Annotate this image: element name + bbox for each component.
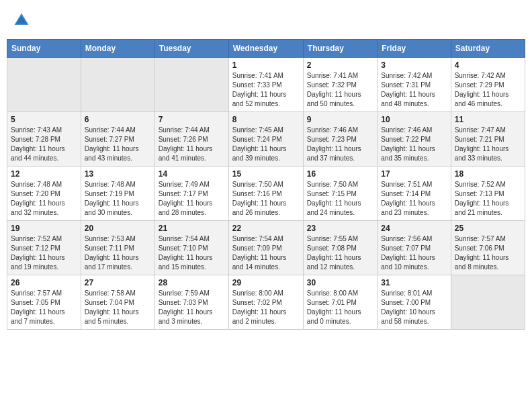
- day-info: Sunrise: 7:57 AM Sunset: 7:06 PM Dayligh…: [455, 234, 521, 272]
- day-info: Sunrise: 7:53 AM Sunset: 7:11 PM Dayligh…: [85, 234, 151, 272]
- calendar-cell: 19Sunrise: 7:52 AM Sunset: 7:12 PM Dayli…: [7, 221, 81, 275]
- day-number: 1: [232, 60, 300, 70]
- weekday-header-row: SundayMondayTuesdayWednesdayThursdayFrid…: [7, 40, 525, 58]
- weekday-header-monday: Monday: [81, 40, 154, 58]
- day-info: Sunrise: 7:50 AM Sunset: 7:15 PM Dayligh…: [307, 180, 373, 218]
- calendar-cell: 17Sunrise: 7:51 AM Sunset: 7:14 PM Dayli…: [378, 167, 451, 221]
- logo: [12, 11, 34, 30]
- calendar-week-row: 1Sunrise: 7:41 AM Sunset: 7:33 PM Daylig…: [7, 58, 525, 112]
- day-number: 3: [381, 60, 447, 70]
- calendar-cell: [81, 58, 154, 112]
- day-number: 25: [455, 224, 521, 233]
- day-number: 28: [159, 278, 225, 287]
- day-info: Sunrise: 7:56 AM Sunset: 7:07 PM Dayligh…: [381, 234, 447, 272]
- weekday-header-wednesday: Wednesday: [228, 40, 303, 58]
- calendar-cell: 25Sunrise: 7:57 AM Sunset: 7:06 PM Dayli…: [451, 221, 525, 275]
- day-number: 23: [307, 224, 373, 233]
- calendar-cell: 2Sunrise: 7:41 AM Sunset: 7:32 PM Daylig…: [303, 58, 377, 112]
- calendar-cell: 30Sunrise: 8:00 AM Sunset: 7:01 PM Dayli…: [303, 275, 377, 330]
- calendar-cell: 26Sunrise: 7:57 AM Sunset: 7:05 PM Dayli…: [7, 275, 81, 330]
- calendar-cell: 16Sunrise: 7:50 AM Sunset: 7:15 PM Dayli…: [303, 167, 377, 221]
- day-info: Sunrise: 8:00 AM Sunset: 7:02 PM Dayligh…: [232, 289, 300, 326]
- day-info: Sunrise: 7:59 AM Sunset: 7:03 PM Dayligh…: [159, 289, 225, 326]
- weekday-header-friday: Friday: [378, 40, 451, 58]
- day-number: 12: [11, 169, 77, 179]
- day-info: Sunrise: 7:52 AM Sunset: 7:13 PM Dayligh…: [455, 180, 521, 218]
- day-number: 8: [232, 115, 300, 124]
- day-info: Sunrise: 7:54 AM Sunset: 7:10 PM Dayligh…: [159, 234, 225, 272]
- day-info: Sunrise: 7:45 AM Sunset: 7:24 PM Dayligh…: [232, 126, 300, 163]
- calendar-cell: 9Sunrise: 7:46 AM Sunset: 7:23 PM Daylig…: [303, 112, 377, 167]
- day-number: 6: [85, 115, 151, 124]
- calendar-cell: 4Sunrise: 7:42 AM Sunset: 7:29 PM Daylig…: [451, 58, 525, 112]
- calendar-cell: 27Sunrise: 7:58 AM Sunset: 7:04 PM Dayli…: [81, 275, 154, 330]
- day-info: Sunrise: 7:58 AM Sunset: 7:04 PM Dayligh…: [85, 289, 151, 326]
- calendar-cell: 1Sunrise: 7:41 AM Sunset: 7:33 PM Daylig…: [228, 58, 303, 112]
- calendar-cell: 28Sunrise: 7:59 AM Sunset: 7:03 PM Dayli…: [154, 275, 228, 330]
- calendar-week-row: 12Sunrise: 7:48 AM Sunset: 7:20 PM Dayli…: [7, 167, 525, 221]
- day-number: 4: [455, 60, 521, 70]
- logo-icon: [12, 11, 31, 30]
- day-number: 27: [85, 278, 151, 287]
- day-number: 26: [11, 278, 77, 287]
- day-info: Sunrise: 7:46 AM Sunset: 7:23 PM Dayligh…: [307, 126, 373, 163]
- day-number: 18: [455, 169, 521, 179]
- day-number: 20: [85, 224, 151, 233]
- calendar-cell: 6Sunrise: 7:44 AM Sunset: 7:27 PM Daylig…: [81, 112, 154, 167]
- day-number: 14: [159, 169, 225, 179]
- day-info: Sunrise: 7:42 AM Sunset: 7:31 PM Dayligh…: [381, 71, 447, 109]
- calendar-cell: 3Sunrise: 7:42 AM Sunset: 7:31 PM Daylig…: [378, 58, 451, 112]
- day-info: Sunrise: 7:44 AM Sunset: 7:26 PM Dayligh…: [159, 126, 225, 163]
- page-header: [7, 7, 525, 34]
- day-number: 21: [159, 224, 225, 233]
- day-info: Sunrise: 7:50 AM Sunset: 7:16 PM Dayligh…: [232, 180, 300, 218]
- day-info: Sunrise: 7:49 AM Sunset: 7:17 PM Dayligh…: [159, 180, 225, 218]
- weekday-header-sunday: Sunday: [7, 40, 81, 58]
- day-info: Sunrise: 7:51 AM Sunset: 7:14 PM Dayligh…: [381, 180, 447, 218]
- calendar-cell: 11Sunrise: 7:47 AM Sunset: 7:21 PM Dayli…: [451, 112, 525, 167]
- weekday-header-tuesday: Tuesday: [154, 40, 228, 58]
- day-number: 30: [307, 278, 373, 287]
- calendar-cell: 10Sunrise: 7:46 AM Sunset: 7:22 PM Dayli…: [378, 112, 451, 167]
- day-number: 16: [307, 169, 373, 179]
- calendar-cell: 21Sunrise: 7:54 AM Sunset: 7:10 PM Dayli…: [154, 221, 228, 275]
- day-info: Sunrise: 7:48 AM Sunset: 7:19 PM Dayligh…: [85, 180, 151, 218]
- calendar-cell: [451, 275, 525, 330]
- calendar-week-row: 5Sunrise: 7:43 AM Sunset: 7:28 PM Daylig…: [7, 112, 525, 167]
- calendar-cell: 23Sunrise: 7:55 AM Sunset: 7:08 PM Dayli…: [303, 221, 377, 275]
- day-info: Sunrise: 7:41 AM Sunset: 7:32 PM Dayligh…: [307, 71, 373, 109]
- calendar-cell: 8Sunrise: 7:45 AM Sunset: 7:24 PM Daylig…: [228, 112, 303, 167]
- day-number: 9: [307, 115, 373, 124]
- day-number: 31: [381, 278, 447, 287]
- day-info: Sunrise: 8:01 AM Sunset: 7:00 PM Dayligh…: [381, 289, 447, 326]
- day-info: Sunrise: 8:00 AM Sunset: 7:01 PM Dayligh…: [307, 289, 373, 326]
- calendar-week-row: 19Sunrise: 7:52 AM Sunset: 7:12 PM Dayli…: [7, 221, 525, 275]
- calendar-cell: 20Sunrise: 7:53 AM Sunset: 7:11 PM Dayli…: [81, 221, 154, 275]
- day-number: 2: [307, 60, 373, 70]
- calendar-cell: 7Sunrise: 7:44 AM Sunset: 7:26 PM Daylig…: [154, 112, 228, 167]
- calendar-cell: 12Sunrise: 7:48 AM Sunset: 7:20 PM Dayli…: [7, 167, 81, 221]
- day-info: Sunrise: 7:41 AM Sunset: 7:33 PM Dayligh…: [232, 71, 300, 109]
- day-info: Sunrise: 7:48 AM Sunset: 7:20 PM Dayligh…: [11, 180, 77, 218]
- day-info: Sunrise: 7:57 AM Sunset: 7:05 PM Dayligh…: [11, 289, 77, 326]
- calendar-cell: [154, 58, 228, 112]
- day-number: 10: [381, 115, 447, 124]
- day-number: 7: [159, 115, 225, 124]
- calendar-cell: 22Sunrise: 7:54 AM Sunset: 7:09 PM Dayli…: [228, 221, 303, 275]
- day-info: Sunrise: 7:55 AM Sunset: 7:08 PM Dayligh…: [307, 234, 373, 272]
- calendar-week-row: 26Sunrise: 7:57 AM Sunset: 7:05 PM Dayli…: [7, 275, 525, 330]
- day-info: Sunrise: 7:46 AM Sunset: 7:22 PM Dayligh…: [381, 126, 447, 163]
- day-number: 19: [11, 224, 77, 233]
- day-info: Sunrise: 7:52 AM Sunset: 7:12 PM Dayligh…: [11, 234, 77, 272]
- day-info: Sunrise: 7:54 AM Sunset: 7:09 PM Dayligh…: [232, 234, 300, 272]
- weekday-header-saturday: Saturday: [451, 40, 525, 58]
- calendar-cell: 18Sunrise: 7:52 AM Sunset: 7:13 PM Dayli…: [451, 167, 525, 221]
- day-info: Sunrise: 7:44 AM Sunset: 7:27 PM Dayligh…: [85, 126, 151, 163]
- day-number: 13: [85, 169, 151, 179]
- day-number: 29: [232, 278, 300, 287]
- calendar-cell: 29Sunrise: 8:00 AM Sunset: 7:02 PM Dayli…: [228, 275, 303, 330]
- day-info: Sunrise: 7:42 AM Sunset: 7:29 PM Dayligh…: [455, 71, 521, 109]
- day-info: Sunrise: 7:47 AM Sunset: 7:21 PM Dayligh…: [455, 126, 521, 163]
- weekday-header-thursday: Thursday: [303, 40, 377, 58]
- calendar-cell: 24Sunrise: 7:56 AM Sunset: 7:07 PM Dayli…: [378, 221, 451, 275]
